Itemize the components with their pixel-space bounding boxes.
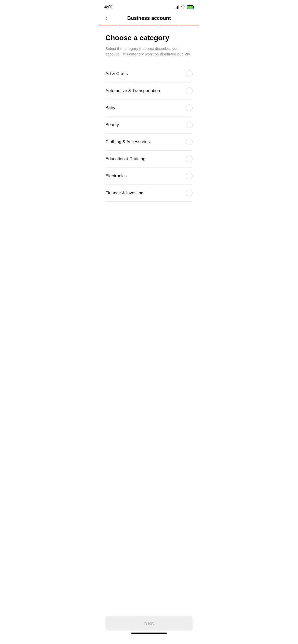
- status-bar: 4:01 ⚡: [99, 0, 199, 13]
- header-title: Business account: [127, 15, 171, 21]
- radio-automotive[interactable]: [186, 87, 193, 94]
- signal-bars-icon: [175, 5, 179, 9]
- category-list: Art & CraftsAutomotive & TransportationB…: [105, 65, 193, 202]
- category-item-education[interactable]: Education & Training: [105, 151, 193, 168]
- main-content: Choose a category Select the category th…: [99, 25, 199, 202]
- category-item-automotive[interactable]: Automotive & Transportation: [105, 82, 193, 99]
- radio-art-crafts[interactable]: [186, 70, 193, 77]
- category-item-clothing[interactable]: Clothing & Accessories: [105, 134, 193, 151]
- category-label-automotive: Automotive & Transportation: [105, 88, 160, 93]
- wifi-icon: [181, 5, 185, 9]
- category-item-beauty[interactable]: Beauty: [105, 116, 193, 134]
- category-label-art-crafts: Art & Crafts: [105, 71, 128, 76]
- page-title: Choose a category: [105, 34, 193, 42]
- progress-segment-2: [119, 25, 139, 25]
- header: ‹ Business account: [99, 13, 199, 24]
- category-label-finance: Finance & Investing: [105, 191, 143, 196]
- progress-segment-4: [159, 25, 179, 25]
- radio-finance[interactable]: [186, 190, 193, 196]
- radio-clothing[interactable]: [186, 139, 193, 145]
- progress-bar: [99, 25, 199, 25]
- progress-segment-1: [99, 25, 118, 25]
- category-item-baby[interactable]: Baby: [105, 99, 193, 116]
- category-item-electronics[interactable]: Electronics: [105, 168, 193, 185]
- status-time: 4:01: [104, 5, 113, 10]
- category-item-art-crafts[interactable]: Art & Crafts: [105, 65, 193, 82]
- radio-electronics[interactable]: [186, 173, 193, 179]
- category-label-electronics: Electronics: [105, 173, 127, 179]
- page-subtitle: Select the category that best describes …: [105, 46, 193, 57]
- battery-icon: ⚡: [187, 5, 194, 9]
- category-label-beauty: Beauty: [105, 122, 119, 127]
- status-icons: ⚡: [175, 5, 194, 9]
- progress-segment-3: [140, 25, 159, 25]
- category-label-education: Education & Training: [105, 156, 145, 162]
- category-item-finance[interactable]: Finance & Investing: [105, 185, 193, 202]
- category-label-baby: Baby: [105, 105, 115, 110]
- radio-education[interactable]: [186, 156, 193, 162]
- back-button[interactable]: ‹: [104, 14, 108, 23]
- category-label-clothing: Clothing & Accessories: [105, 139, 150, 144]
- progress-segment-5: [180, 25, 199, 25]
- radio-beauty[interactable]: [186, 122, 193, 128]
- radio-baby[interactable]: [186, 105, 193, 111]
